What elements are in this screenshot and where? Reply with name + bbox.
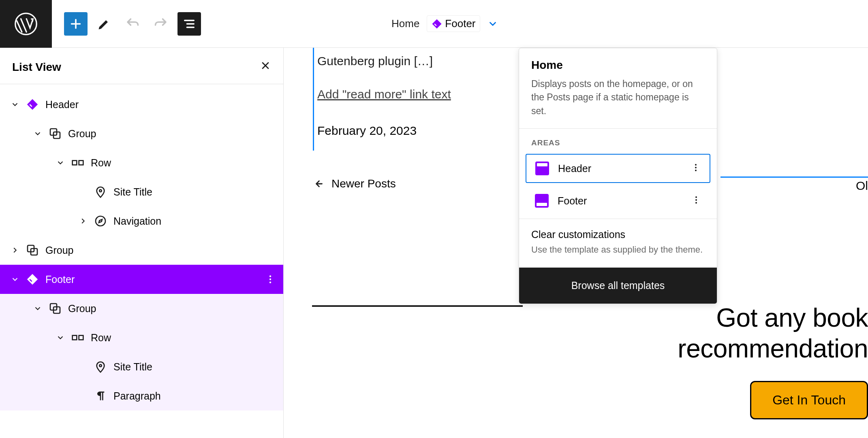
svg-rect-11 bbox=[27, 274, 38, 285]
tree-item-site-title[interactable]: Site Title bbox=[0, 352, 283, 381]
svg-rect-17 bbox=[73, 336, 77, 340]
cta-l1: Got any book bbox=[716, 303, 868, 332]
area-more-button[interactable] bbox=[691, 163, 701, 174]
group-icon bbox=[26, 244, 39, 257]
tree-label: Navigation bbox=[113, 215, 278, 227]
tree-footer-children: Group Row Site Title Paragraph bbox=[0, 294, 283, 410]
svg-point-20 bbox=[695, 164, 697, 166]
list-view-icon bbox=[182, 17, 196, 31]
dropdown-clear-section[interactable]: Clear customizations Use the template as… bbox=[519, 219, 717, 268]
row-icon bbox=[71, 331, 84, 344]
undo-button[interactable] bbox=[121, 12, 144, 36]
map-pin-icon bbox=[94, 360, 107, 373]
map-pin-icon bbox=[94, 185, 107, 198]
tree-item-group[interactable]: Group bbox=[0, 294, 283, 323]
redo-button[interactable] bbox=[149, 12, 173, 36]
tree-label: Site Title bbox=[113, 361, 278, 373]
svg-point-21 bbox=[695, 167, 697, 168]
dropdown-template-info: Home Displays posts on the homepage, or … bbox=[519, 48, 717, 129]
svg-point-25 bbox=[695, 202, 697, 204]
svg-point-12 bbox=[269, 275, 271, 277]
list-view-title: List View bbox=[12, 61, 61, 74]
close-icon bbox=[260, 60, 271, 71]
chevron-down-icon[interactable] bbox=[487, 19, 498, 29]
breadcrumb-footer-label: Footer bbox=[445, 17, 475, 30]
chevron-right-icon bbox=[79, 217, 88, 225]
svg-rect-6 bbox=[79, 161, 83, 165]
tree-label: Row bbox=[91, 157, 278, 169]
dropdown-template-name: Home bbox=[531, 59, 705, 72]
svg-rect-2 bbox=[27, 99, 38, 110]
add-block-button[interactable] bbox=[64, 12, 88, 36]
editor-canvas: Gutenberg plugin […] Add "read more" lin… bbox=[284, 48, 868, 438]
tree-item-footer[interactable]: Footer bbox=[0, 265, 283, 294]
older-posts-truncated: Ol bbox=[856, 179, 868, 193]
wordpress-logo-button[interactable] bbox=[0, 0, 52, 48]
tree-item-group[interactable]: Group bbox=[0, 119, 283, 148]
tree-item-more-button[interactable] bbox=[262, 274, 278, 285]
group-icon bbox=[49, 127, 62, 140]
header-area-icon bbox=[535, 162, 549, 175]
cta-text-line: Got any book recommendation bbox=[678, 303, 868, 364]
footer-cta-block: Got any book recommendation Get In Touch bbox=[678, 303, 868, 419]
svg-point-8 bbox=[96, 216, 105, 226]
tree-item-navigation[interactable]: Navigation bbox=[0, 206, 283, 236]
tree-item-paragraph[interactable]: Paragraph bbox=[0, 381, 283, 410]
dropdown-area-header[interactable]: Header bbox=[526, 154, 710, 183]
tree-label: Group bbox=[68, 128, 278, 140]
arrow-left-icon bbox=[312, 178, 323, 189]
tree-item-row[interactable]: Row bbox=[0, 148, 283, 177]
dropdown-area-footer[interactable]: Footer bbox=[526, 186, 710, 215]
list-view-close-button[interactable] bbox=[260, 60, 271, 74]
template-part-icon bbox=[431, 18, 443, 30]
tree-item-group[interactable]: Group bbox=[0, 236, 283, 265]
post-date: February 20, 2023 bbox=[317, 124, 520, 138]
edit-tool-button[interactable] bbox=[92, 12, 116, 36]
dropdown-area-label: Footer bbox=[558, 195, 682, 207]
get-in-touch-button[interactable]: Get In Touch bbox=[750, 381, 868, 419]
post-block[interactable]: Gutenberg plugin […] Add "read more" lin… bbox=[313, 48, 524, 151]
tree-item-header[interactable]: Header bbox=[0, 90, 283, 119]
undo-icon bbox=[125, 17, 140, 31]
tree-item-site-title[interactable]: Site Title bbox=[0, 177, 283, 206]
tree-label: Row bbox=[91, 332, 278, 344]
svg-point-23 bbox=[695, 196, 697, 198]
read-more-link[interactable]: Add "read more" link text bbox=[317, 87, 451, 101]
svg-point-14 bbox=[269, 281, 271, 283]
chevron-down-icon bbox=[11, 275, 19, 284]
row-icon bbox=[71, 156, 84, 169]
tree-label: Paragraph bbox=[113, 390, 278, 402]
svg-point-24 bbox=[695, 199, 697, 201]
dropdown-area-label: Header bbox=[558, 163, 682, 174]
list-view-panel: List View Header Group Row Site Title bbox=[0, 48, 284, 438]
chevron-right-icon bbox=[11, 246, 19, 255]
post-excerpt-text: Gutenberg plugin […] bbox=[317, 54, 520, 68]
area-more-button[interactable] bbox=[691, 195, 701, 206]
chevron-down-icon bbox=[33, 304, 42, 313]
svg-rect-18 bbox=[79, 336, 83, 340]
separator-block bbox=[312, 305, 523, 307]
redo-icon bbox=[154, 17, 168, 31]
browse-all-templates-button[interactable]: Browse all templates bbox=[519, 268, 717, 304]
chevron-down-icon bbox=[11, 100, 19, 109]
tree-label: Site Title bbox=[113, 186, 278, 198]
chevron-down-icon bbox=[56, 333, 65, 342]
newer-posts-link[interactable]: Newer Posts bbox=[312, 177, 396, 190]
editor-topbar: Home Footer bbox=[0, 0, 868, 48]
wordpress-icon bbox=[14, 12, 38, 36]
template-part-icon bbox=[26, 98, 39, 111]
tree-label: Group bbox=[68, 303, 278, 315]
breadcrumb-footer[interactable]: Footer bbox=[427, 15, 480, 32]
dropdown-clear-title: Clear customizations bbox=[531, 229, 705, 240]
footer-area-icon bbox=[535, 194, 549, 208]
breadcrumb-home[interactable]: Home bbox=[391, 17, 419, 30]
svg-rect-1 bbox=[432, 19, 442, 28]
dropdown-template-description: Displays posts on the homepage, or on th… bbox=[531, 77, 705, 118]
toolbar-left-group bbox=[52, 12, 201, 36]
more-vertical-icon bbox=[265, 274, 276, 285]
tree-item-row[interactable]: Row bbox=[0, 323, 283, 352]
breadcrumb: Home Footer bbox=[391, 15, 498, 32]
list-view-toggle-button[interactable] bbox=[177, 12, 201, 36]
template-dropdown: Home Displays posts on the homepage, or … bbox=[519, 48, 717, 304]
tree-label: Group bbox=[45, 245, 278, 256]
